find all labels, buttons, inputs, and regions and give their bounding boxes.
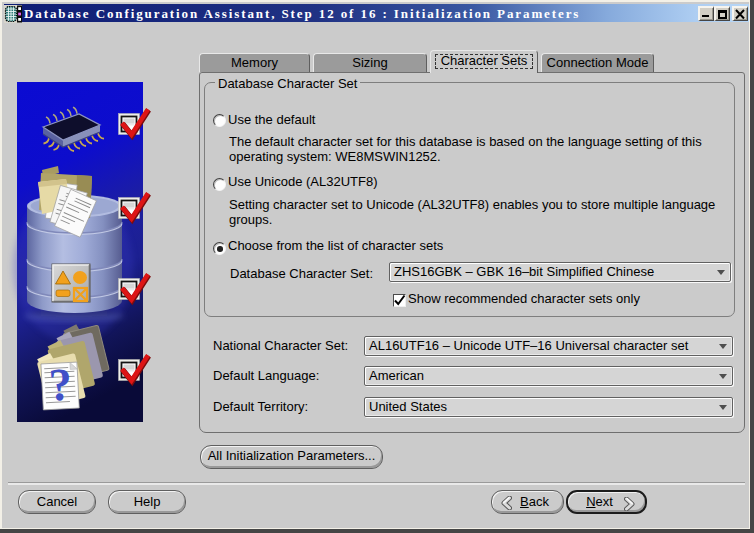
svg-text:?: ? (48, 358, 74, 410)
